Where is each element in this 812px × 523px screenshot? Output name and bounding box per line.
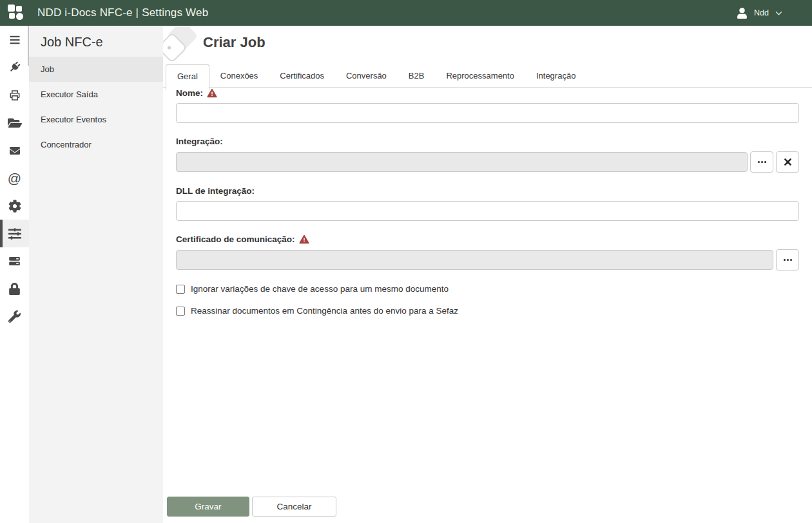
certificado-browse-button[interactable] bbox=[776, 249, 799, 271]
tab-conversao[interactable]: Conversão bbox=[335, 64, 398, 87]
nome-label-row: Nome: bbox=[176, 88, 799, 98]
app-grid-icon[interactable] bbox=[8, 5, 24, 21]
reassinar-checkbox[interactable] bbox=[176, 307, 185, 316]
reassinar-checkbox-label: Reassinar documentos em Contingência ant… bbox=[191, 306, 458, 316]
lock-icon bbox=[9, 283, 20, 295]
ignorar-checkbox[interactable] bbox=[176, 285, 185, 294]
sliders-icon bbox=[8, 227, 21, 240]
sidebar-item-concentrador[interactable]: Concentrador bbox=[29, 132, 163, 157]
integracao-label-row: Integração: bbox=[176, 137, 799, 146]
folder-icon bbox=[8, 117, 22, 129]
chevron-down-icon bbox=[775, 11, 782, 15]
rail-item-folder[interactable] bbox=[0, 109, 29, 137]
rail-item-menu[interactable] bbox=[0, 26, 29, 53]
main-content: Criar Job Geral Conexões Certificados Co… bbox=[163, 26, 812, 523]
dll-label-row: DLL de integração: bbox=[176, 186, 799, 196]
user-icon bbox=[737, 8, 748, 19]
mail-icon bbox=[8, 146, 21, 156]
rail-item-at[interactable]: @ bbox=[0, 164, 29, 192]
sidebar-item-executor-saida[interactable]: Executor Saída bbox=[29, 82, 163, 107]
x-icon bbox=[784, 158, 791, 166]
dll-input[interactable] bbox=[176, 201, 799, 221]
cancel-button[interactable]: Cancelar bbox=[252, 497, 336, 517]
rail-item-printer[interactable] bbox=[0, 81, 29, 109]
printer-icon bbox=[8, 89, 21, 102]
page-header: Criar Job bbox=[163, 26, 812, 64]
field-integracao: Integração: bbox=[176, 137, 799, 173]
certificado-input[interactable] bbox=[176, 250, 773, 270]
ignorar-checkbox-label: Ignorar variações de chave de acesso par… bbox=[191, 284, 449, 294]
rail-item-gear[interactable] bbox=[0, 192, 29, 220]
certificado-label: Certificado de comunicação: bbox=[176, 234, 295, 244]
checkbox-row-ignorar: Ignorar variações de chave de acesso par… bbox=[176, 284, 799, 294]
tab-b2b[interactable]: B2B bbox=[398, 64, 436, 87]
job-form: Nome: Integração: DLL de integração: bbox=[176, 88, 799, 328]
integracao-input[interactable] bbox=[176, 152, 748, 172]
tag-icon bbox=[163, 27, 202, 64]
tab-conexoes[interactable]: Conexões bbox=[209, 64, 269, 87]
form-actions: Gravar Cancelar bbox=[167, 497, 336, 517]
menu-icon bbox=[8, 33, 21, 46]
field-certificado: Certificado de comunicação: bbox=[176, 234, 799, 271]
rail-item-wrench[interactable] bbox=[0, 303, 29, 330]
tab-integracao[interactable]: Integração bbox=[525, 64, 586, 87]
rail-item-sliders[interactable] bbox=[0, 220, 29, 247]
tab-geral[interactable]: Geral bbox=[166, 64, 209, 90]
app-title: NDD i-Docs NFC-e | Settings Web bbox=[37, 6, 208, 19]
rail-item-server[interactable] bbox=[0, 247, 29, 275]
integracao-label: Integração: bbox=[176, 137, 223, 146]
icon-rail: @ bbox=[0, 26, 29, 523]
user-menu[interactable]: Ndd bbox=[737, 0, 782, 26]
field-dll: DLL de integração: bbox=[176, 186, 799, 221]
nome-input[interactable] bbox=[176, 103, 799, 123]
integracao-clear-button[interactable] bbox=[776, 151, 799, 173]
user-name: Ndd bbox=[754, 8, 769, 17]
page-title: Criar Job bbox=[203, 34, 266, 51]
top-bar: NDD i-Docs NFC-e | Settings Web Ndd bbox=[0, 0, 812, 26]
checkbox-row-reassinar: Reassinar documentos em Contingência ant… bbox=[176, 306, 799, 316]
integracao-browse-button[interactable] bbox=[750, 151, 773, 173]
save-button[interactable]: Gravar bbox=[167, 497, 249, 517]
dll-label: DLL de integração: bbox=[176, 186, 255, 196]
tab-reprocessamento[interactable]: Reprocessamento bbox=[435, 64, 525, 87]
rail-item-mail[interactable] bbox=[0, 137, 29, 164]
wrench-icon bbox=[8, 310, 21, 323]
module-sidebar: Job NFC-e Job Executor Saída Executor Ev… bbox=[29, 26, 163, 523]
at-icon: @ bbox=[8, 171, 21, 185]
rail-item-lock[interactable] bbox=[0, 275, 29, 303]
sidebar-title: Job NFC-e bbox=[29, 26, 163, 57]
plug-icon bbox=[8, 61, 21, 74]
field-nome: Nome: bbox=[176, 88, 799, 123]
tab-certificados[interactable]: Certificados bbox=[269, 64, 335, 87]
gear-icon bbox=[8, 200, 21, 213]
server-icon bbox=[8, 254, 21, 268]
sidebar-item-executor-eventos[interactable]: Executor Eventos bbox=[29, 107, 163, 132]
tab-bar: Geral Conexões Certificados Conversão B2… bbox=[163, 64, 812, 88]
ellipsis-icon bbox=[758, 161, 766, 163]
ellipsis-icon bbox=[784, 259, 792, 261]
certificado-label-row: Certificado de comunicação: bbox=[176, 234, 799, 244]
sidebar-item-job[interactable]: Job bbox=[29, 57, 163, 82]
rail-item-plug[interactable] bbox=[0, 53, 29, 81]
warning-icon bbox=[299, 234, 309, 244]
